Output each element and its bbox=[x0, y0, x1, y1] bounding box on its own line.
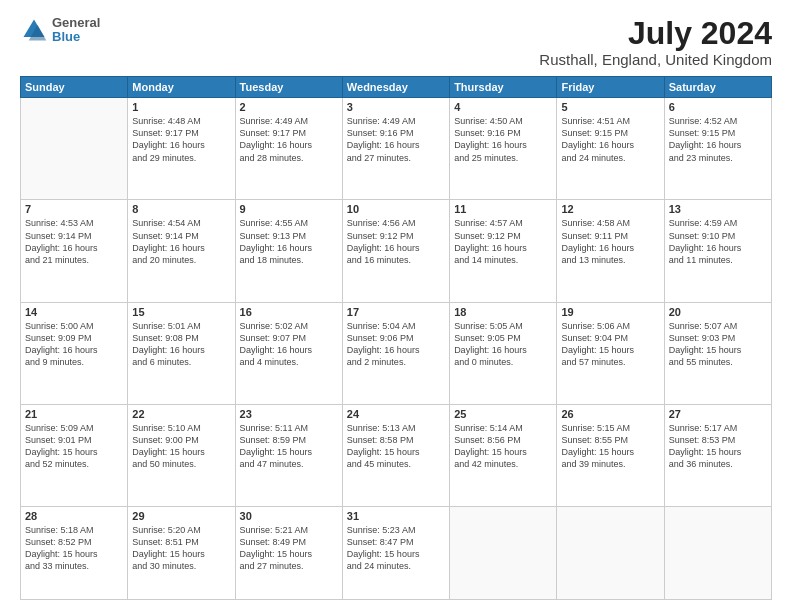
calendar-cell: 16Sunrise: 5:02 AM Sunset: 9:07 PM Dayli… bbox=[235, 302, 342, 404]
day-content: Sunrise: 4:49 AM Sunset: 9:16 PM Dayligh… bbox=[347, 115, 445, 164]
day-number: 15 bbox=[132, 306, 230, 318]
day-number: 3 bbox=[347, 101, 445, 113]
day-number: 20 bbox=[669, 306, 767, 318]
day-content: Sunrise: 5:15 AM Sunset: 8:55 PM Dayligh… bbox=[561, 422, 659, 471]
header: General Blue July 2024 Rusthall, England… bbox=[20, 16, 772, 68]
logo-text: General Blue bbox=[52, 16, 100, 45]
calendar-cell: 25Sunrise: 5:14 AM Sunset: 8:56 PM Dayli… bbox=[450, 404, 557, 506]
day-header-thursday: Thursday bbox=[450, 77, 557, 98]
day-content: Sunrise: 5:23 AM Sunset: 8:47 PM Dayligh… bbox=[347, 524, 445, 573]
day-content: Sunrise: 4:57 AM Sunset: 9:12 PM Dayligh… bbox=[454, 217, 552, 266]
logo-line2: Blue bbox=[52, 30, 100, 44]
day-content: Sunrise: 5:01 AM Sunset: 9:08 PM Dayligh… bbox=[132, 320, 230, 369]
day-number: 16 bbox=[240, 306, 338, 318]
day-content: Sunrise: 5:17 AM Sunset: 8:53 PM Dayligh… bbox=[669, 422, 767, 471]
day-number: 30 bbox=[240, 510, 338, 522]
day-number: 5 bbox=[561, 101, 659, 113]
title-block: July 2024 Rusthall, England, United King… bbox=[539, 16, 772, 68]
day-number: 21 bbox=[25, 408, 123, 420]
calendar-cell bbox=[557, 507, 664, 600]
logo-line1: General bbox=[52, 16, 100, 30]
day-header-saturday: Saturday bbox=[664, 77, 771, 98]
day-content: Sunrise: 5:13 AM Sunset: 8:58 PM Dayligh… bbox=[347, 422, 445, 471]
day-header-tuesday: Tuesday bbox=[235, 77, 342, 98]
calendar-cell: 2Sunrise: 4:49 AM Sunset: 9:17 PM Daylig… bbox=[235, 98, 342, 200]
calendar-cell: 10Sunrise: 4:56 AM Sunset: 9:12 PM Dayli… bbox=[342, 200, 449, 302]
day-number: 6 bbox=[669, 101, 767, 113]
day-content: Sunrise: 5:02 AM Sunset: 9:07 PM Dayligh… bbox=[240, 320, 338, 369]
day-number: 26 bbox=[561, 408, 659, 420]
day-number: 12 bbox=[561, 203, 659, 215]
calendar-cell: 5Sunrise: 4:51 AM Sunset: 9:15 PM Daylig… bbox=[557, 98, 664, 200]
day-number: 2 bbox=[240, 101, 338, 113]
calendar-cell: 14Sunrise: 5:00 AM Sunset: 9:09 PM Dayli… bbox=[21, 302, 128, 404]
calendar-cell: 9Sunrise: 4:55 AM Sunset: 9:13 PM Daylig… bbox=[235, 200, 342, 302]
day-content: Sunrise: 4:51 AM Sunset: 9:15 PM Dayligh… bbox=[561, 115, 659, 164]
calendar-cell bbox=[21, 98, 128, 200]
day-header-wednesday: Wednesday bbox=[342, 77, 449, 98]
calendar-cell: 12Sunrise: 4:58 AM Sunset: 9:11 PM Dayli… bbox=[557, 200, 664, 302]
day-number: 8 bbox=[132, 203, 230, 215]
calendar-cell bbox=[450, 507, 557, 600]
day-content: Sunrise: 5:20 AM Sunset: 8:51 PM Dayligh… bbox=[132, 524, 230, 573]
day-content: Sunrise: 5:00 AM Sunset: 9:09 PM Dayligh… bbox=[25, 320, 123, 369]
day-header-friday: Friday bbox=[557, 77, 664, 98]
logo-icon bbox=[20, 16, 48, 44]
day-content: Sunrise: 4:49 AM Sunset: 9:17 PM Dayligh… bbox=[240, 115, 338, 164]
day-content: Sunrise: 4:56 AM Sunset: 9:12 PM Dayligh… bbox=[347, 217, 445, 266]
day-content: Sunrise: 4:58 AM Sunset: 9:11 PM Dayligh… bbox=[561, 217, 659, 266]
day-number: 31 bbox=[347, 510, 445, 522]
day-number: 7 bbox=[25, 203, 123, 215]
day-number: 28 bbox=[25, 510, 123, 522]
calendar-cell: 6Sunrise: 4:52 AM Sunset: 9:15 PM Daylig… bbox=[664, 98, 771, 200]
day-content: Sunrise: 5:18 AM Sunset: 8:52 PM Dayligh… bbox=[25, 524, 123, 573]
calendar-cell: 26Sunrise: 5:15 AM Sunset: 8:55 PM Dayli… bbox=[557, 404, 664, 506]
day-content: Sunrise: 5:05 AM Sunset: 9:05 PM Dayligh… bbox=[454, 320, 552, 369]
calendar-week-row: 1Sunrise: 4:48 AM Sunset: 9:17 PM Daylig… bbox=[21, 98, 772, 200]
day-number: 23 bbox=[240, 408, 338, 420]
calendar-cell: 15Sunrise: 5:01 AM Sunset: 9:08 PM Dayli… bbox=[128, 302, 235, 404]
calendar-week-row: 28Sunrise: 5:18 AM Sunset: 8:52 PM Dayli… bbox=[21, 507, 772, 600]
day-content: Sunrise: 5:07 AM Sunset: 9:03 PM Dayligh… bbox=[669, 320, 767, 369]
day-content: Sunrise: 5:14 AM Sunset: 8:56 PM Dayligh… bbox=[454, 422, 552, 471]
day-content: Sunrise: 4:50 AM Sunset: 9:16 PM Dayligh… bbox=[454, 115, 552, 164]
day-content: Sunrise: 4:55 AM Sunset: 9:13 PM Dayligh… bbox=[240, 217, 338, 266]
day-number: 18 bbox=[454, 306, 552, 318]
page: General Blue July 2024 Rusthall, England… bbox=[0, 0, 792, 612]
calendar-cell: 29Sunrise: 5:20 AM Sunset: 8:51 PM Dayli… bbox=[128, 507, 235, 600]
day-content: Sunrise: 4:53 AM Sunset: 9:14 PM Dayligh… bbox=[25, 217, 123, 266]
calendar-cell: 31Sunrise: 5:23 AM Sunset: 8:47 PM Dayli… bbox=[342, 507, 449, 600]
day-number: 27 bbox=[669, 408, 767, 420]
calendar-cell: 24Sunrise: 5:13 AM Sunset: 8:58 PM Dayli… bbox=[342, 404, 449, 506]
calendar-title: July 2024 bbox=[539, 16, 772, 51]
day-number: 29 bbox=[132, 510, 230, 522]
calendar-cell: 28Sunrise: 5:18 AM Sunset: 8:52 PM Dayli… bbox=[21, 507, 128, 600]
calendar-cell: 20Sunrise: 5:07 AM Sunset: 9:03 PM Dayli… bbox=[664, 302, 771, 404]
calendar-table: SundayMondayTuesdayWednesdayThursdayFrid… bbox=[20, 76, 772, 600]
day-number: 9 bbox=[240, 203, 338, 215]
day-number: 17 bbox=[347, 306, 445, 318]
day-content: Sunrise: 5:21 AM Sunset: 8:49 PM Dayligh… bbox=[240, 524, 338, 573]
calendar-week-row: 14Sunrise: 5:00 AM Sunset: 9:09 PM Dayli… bbox=[21, 302, 772, 404]
day-number: 19 bbox=[561, 306, 659, 318]
calendar-header-row: SundayMondayTuesdayWednesdayThursdayFrid… bbox=[21, 77, 772, 98]
logo: General Blue bbox=[20, 16, 100, 45]
calendar-cell: 3Sunrise: 4:49 AM Sunset: 9:16 PM Daylig… bbox=[342, 98, 449, 200]
day-number: 25 bbox=[454, 408, 552, 420]
day-header-sunday: Sunday bbox=[21, 77, 128, 98]
calendar-cell: 7Sunrise: 4:53 AM Sunset: 9:14 PM Daylig… bbox=[21, 200, 128, 302]
day-content: Sunrise: 5:09 AM Sunset: 9:01 PM Dayligh… bbox=[25, 422, 123, 471]
day-number: 24 bbox=[347, 408, 445, 420]
day-number: 13 bbox=[669, 203, 767, 215]
calendar-cell: 18Sunrise: 5:05 AM Sunset: 9:05 PM Dayli… bbox=[450, 302, 557, 404]
day-number: 11 bbox=[454, 203, 552, 215]
calendar-week-row: 21Sunrise: 5:09 AM Sunset: 9:01 PM Dayli… bbox=[21, 404, 772, 506]
day-number: 4 bbox=[454, 101, 552, 113]
calendar-cell: 11Sunrise: 4:57 AM Sunset: 9:12 PM Dayli… bbox=[450, 200, 557, 302]
day-number: 22 bbox=[132, 408, 230, 420]
calendar-cell: 27Sunrise: 5:17 AM Sunset: 8:53 PM Dayli… bbox=[664, 404, 771, 506]
calendar-cell: 22Sunrise: 5:10 AM Sunset: 9:00 PM Dayli… bbox=[128, 404, 235, 506]
calendar-cell bbox=[664, 507, 771, 600]
day-content: Sunrise: 4:59 AM Sunset: 9:10 PM Dayligh… bbox=[669, 217, 767, 266]
day-content: Sunrise: 4:48 AM Sunset: 9:17 PM Dayligh… bbox=[132, 115, 230, 164]
